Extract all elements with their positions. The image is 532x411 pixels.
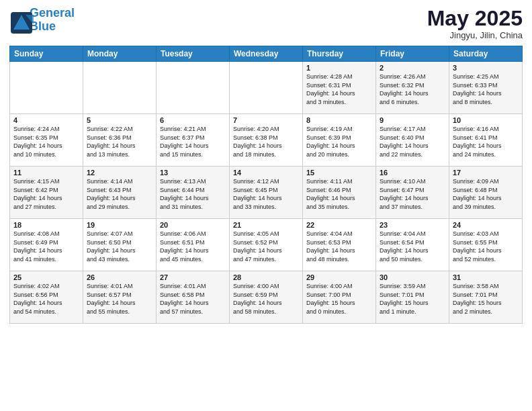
day-number: 20 [160, 221, 226, 229]
day-info: Sunrise: 4:14 AM Sunset: 6:43 PM Dayligh… [87, 177, 152, 211]
calendar-cell: 7Sunrise: 4:20 AM Sunset: 6:38 PM Daylig… [230, 114, 303, 167]
calendar-cell: 23Sunrise: 4:04 AM Sunset: 6:54 PM Dayli… [376, 219, 449, 271]
day-info: Sunrise: 4:24 AM Sunset: 6:35 PM Dayligh… [13, 125, 79, 158]
day-number: 29 [306, 273, 372, 281]
logo-text: General Blue [30, 7, 75, 34]
day-info: Sunrise: 4:20 AM Sunset: 6:38 PM Dayligh… [233, 125, 299, 158]
day-info: Sunrise: 4:10 AM Sunset: 6:47 PM Dayligh… [380, 177, 445, 211]
day-info: Sunrise: 4:06 AM Sunset: 6:51 PM Dayligh… [160, 230, 226, 263]
day-info: Sunrise: 4:12 AM Sunset: 6:45 PM Dayligh… [233, 177, 299, 211]
logo-line1: General [30, 6, 75, 19]
header: General Blue May 2025 Jingyu, Jilin, Chi… [9, 7, 523, 40]
calendar-cell: 9Sunrise: 4:17 AM Sunset: 6:40 PM Daylig… [376, 114, 449, 167]
day-info: Sunrise: 4:00 AM Sunset: 7:00 PM Dayligh… [306, 282, 372, 316]
calendar-week-row: 18Sunrise: 4:08 AM Sunset: 6:49 PM Dayli… [10, 219, 523, 271]
day-info: Sunrise: 3:59 AM Sunset: 7:01 PM Dayligh… [380, 282, 445, 316]
col-header-saturday: Saturday [449, 46, 523, 62]
title-area: May 2025 Jingyu, Jilin, China [427, 7, 523, 40]
day-info: Sunrise: 4:04 AM Sunset: 6:53 PM Dayligh… [306, 230, 372, 263]
day-number: 6 [160, 116, 226, 124]
calendar-week-row: 4Sunrise: 4:24 AM Sunset: 6:35 PM Daylig… [10, 114, 523, 167]
day-info: Sunrise: 4:28 AM Sunset: 6:31 PM Dayligh… [306, 73, 372, 106]
day-number: 31 [453, 273, 519, 281]
calendar-cell [230, 62, 303, 114]
day-info: Sunrise: 4:15 AM Sunset: 6:42 PM Dayligh… [13, 177, 79, 211]
calendar-header-row: SundayMondayTuesdayWednesdayThursdayFrid… [10, 46, 523, 62]
day-info: Sunrise: 4:08 AM Sunset: 6:49 PM Dayligh… [13, 230, 79, 263]
calendar-cell: 16Sunrise: 4:10 AM Sunset: 6:47 PM Dayli… [376, 167, 449, 219]
calendar-cell: 22Sunrise: 4:04 AM Sunset: 6:53 PM Dayli… [303, 219, 376, 271]
day-number: 4 [13, 116, 79, 124]
col-header-tuesday: Tuesday [157, 46, 230, 62]
calendar-cell: 31Sunrise: 3:58 AM Sunset: 7:01 PM Dayli… [449, 271, 523, 324]
day-number: 23 [380, 221, 445, 229]
month-title: May 2025 [427, 7, 523, 30]
day-number: 24 [453, 221, 519, 229]
logo: General Blue [9, 7, 75, 34]
day-number: 21 [233, 221, 299, 229]
calendar-cell: 3Sunrise: 4:25 AM Sunset: 6:33 PM Daylig… [449, 62, 523, 114]
calendar-cell: 21Sunrise: 4:05 AM Sunset: 6:52 PM Dayli… [230, 219, 303, 271]
day-number: 15 [306, 169, 372, 177]
calendar-cell: 17Sunrise: 4:09 AM Sunset: 6:48 PM Dayli… [449, 167, 523, 219]
day-info: Sunrise: 4:19 AM Sunset: 6:39 PM Dayligh… [306, 125, 372, 158]
page: General Blue May 2025 Jingyu, Jilin, Chi… [0, 0, 532, 411]
day-number: 17 [453, 169, 519, 177]
day-number: 19 [87, 221, 152, 229]
calendar-cell [10, 62, 83, 114]
col-header-thursday: Thursday [303, 46, 376, 62]
logo-icon [9, 11, 28, 30]
day-info: Sunrise: 4:02 AM Sunset: 6:56 PM Dayligh… [13, 282, 79, 316]
calendar-cell: 4Sunrise: 4:24 AM Sunset: 6:35 PM Daylig… [10, 114, 83, 167]
col-header-monday: Monday [83, 46, 157, 62]
calendar-week-row: 11Sunrise: 4:15 AM Sunset: 6:42 PM Dayli… [10, 167, 523, 219]
day-number: 9 [380, 116, 445, 124]
calendar-cell: 14Sunrise: 4:12 AM Sunset: 6:45 PM Dayli… [230, 167, 303, 219]
day-number: 11 [13, 169, 79, 177]
day-number: 26 [87, 273, 152, 281]
calendar-cell: 29Sunrise: 4:00 AM Sunset: 7:00 PM Dayli… [303, 271, 376, 324]
calendar-cell: 11Sunrise: 4:15 AM Sunset: 6:42 PM Dayli… [10, 167, 83, 219]
day-info: Sunrise: 4:13 AM Sunset: 6:44 PM Dayligh… [160, 177, 226, 211]
calendar-week-row: 1Sunrise: 4:28 AM Sunset: 6:31 PM Daylig… [10, 62, 523, 114]
day-number: 1 [306, 64, 372, 72]
day-number: 5 [87, 116, 152, 124]
day-number: 3 [453, 64, 519, 72]
day-info: Sunrise: 4:09 AM Sunset: 6:48 PM Dayligh… [453, 177, 519, 211]
day-info: Sunrise: 3:58 AM Sunset: 7:01 PM Dayligh… [453, 282, 519, 316]
day-info: Sunrise: 4:22 AM Sunset: 6:36 PM Dayligh… [87, 125, 152, 158]
calendar-cell [83, 62, 157, 114]
calendar-cell: 24Sunrise: 4:03 AM Sunset: 6:55 PM Dayli… [449, 219, 523, 271]
day-info: Sunrise: 4:00 AM Sunset: 6:59 PM Dayligh… [233, 282, 299, 316]
day-number: 7 [233, 116, 299, 124]
calendar-cell: 1Sunrise: 4:28 AM Sunset: 6:31 PM Daylig… [303, 62, 376, 114]
day-number: 25 [13, 273, 79, 281]
calendar-table: SundayMondayTuesdayWednesdayThursdayFrid… [9, 46, 523, 324]
calendar-cell: 15Sunrise: 4:11 AM Sunset: 6:46 PM Dayli… [303, 167, 376, 219]
day-number: 22 [306, 221, 372, 229]
calendar-cell: 13Sunrise: 4:13 AM Sunset: 6:44 PM Dayli… [157, 167, 230, 219]
day-info: Sunrise: 4:25 AM Sunset: 6:33 PM Dayligh… [453, 73, 519, 106]
day-info: Sunrise: 4:11 AM Sunset: 6:46 PM Dayligh… [306, 177, 372, 211]
day-number: 16 [380, 169, 445, 177]
calendar-cell: 26Sunrise: 4:01 AM Sunset: 6:57 PM Dayli… [83, 271, 157, 324]
calendar-cell: 19Sunrise: 4:07 AM Sunset: 6:50 PM Dayli… [83, 219, 157, 271]
day-number: 13 [160, 169, 226, 177]
calendar-cell [157, 62, 230, 114]
calendar-cell: 12Sunrise: 4:14 AM Sunset: 6:43 PM Dayli… [83, 167, 157, 219]
day-info: Sunrise: 4:05 AM Sunset: 6:52 PM Dayligh… [233, 230, 299, 263]
calendar-cell: 8Sunrise: 4:19 AM Sunset: 6:39 PM Daylig… [303, 114, 376, 167]
day-info: Sunrise: 4:17 AM Sunset: 6:40 PM Dayligh… [380, 125, 445, 158]
day-number: 28 [233, 273, 299, 281]
calendar-cell: 5Sunrise: 4:22 AM Sunset: 6:36 PM Daylig… [83, 114, 157, 167]
day-number: 2 [380, 64, 445, 72]
calendar-cell: 10Sunrise: 4:16 AM Sunset: 6:41 PM Dayli… [449, 114, 523, 167]
day-number: 14 [233, 169, 299, 177]
day-info: Sunrise: 4:03 AM Sunset: 6:55 PM Dayligh… [453, 230, 519, 263]
calendar-cell: 25Sunrise: 4:02 AM Sunset: 6:56 PM Dayli… [10, 271, 83, 324]
day-info: Sunrise: 4:01 AM Sunset: 6:58 PM Dayligh… [160, 282, 226, 316]
calendar-week-row: 25Sunrise: 4:02 AM Sunset: 6:56 PM Dayli… [10, 271, 523, 324]
calendar-cell: 2Sunrise: 4:26 AM Sunset: 6:32 PM Daylig… [376, 62, 449, 114]
col-header-sunday: Sunday [10, 46, 83, 62]
day-info: Sunrise: 4:21 AM Sunset: 6:37 PM Dayligh… [160, 125, 226, 158]
